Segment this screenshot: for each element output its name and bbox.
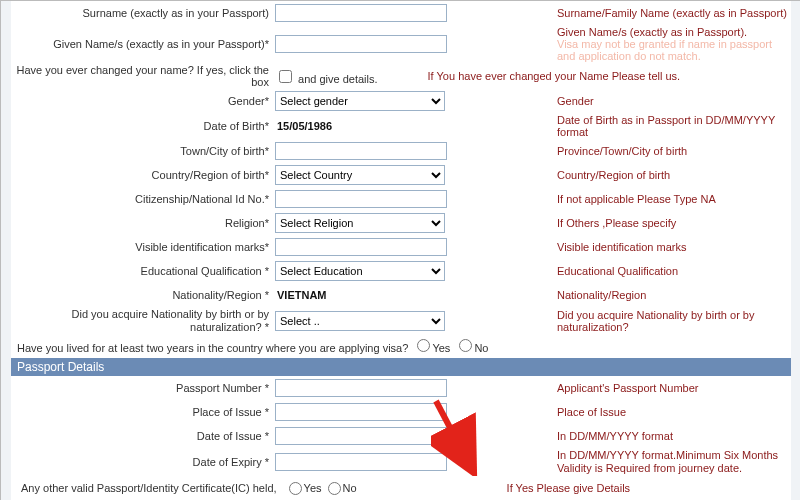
other-hint: If Yes Please give Details — [357, 482, 791, 494]
surname-hint: Surname/Family Name (exactly as in Passp… — [447, 7, 791, 19]
nat-label: Nationality/Region * — [11, 289, 275, 301]
edu-hint: Educational Qualification — [447, 265, 791, 277]
nid-label: Citizenship/National Id No.* — [11, 193, 275, 205]
doe-input[interactable] — [275, 453, 447, 471]
poi-label: Place of Issue * — [11, 406, 275, 418]
doi-input[interactable] — [275, 427, 447, 445]
country-select[interactable]: Select Country — [275, 165, 445, 185]
gender-label: Gender* — [11, 95, 275, 107]
edu-select[interactable]: Select Education — [275, 261, 445, 281]
surname-input[interactable] — [275, 4, 447, 22]
dob-hint: Date of Birth as in Passport in DD/MM/YY… — [447, 114, 791, 138]
changed-after: and give details. — [298, 73, 378, 85]
other-no-radio[interactable] — [328, 482, 341, 495]
poi-hint: Place of Issue — [447, 406, 791, 418]
country-hint: Country/Region of birth — [447, 169, 791, 181]
surname-label: Surname (exactly as in your Passport) — [11, 7, 275, 19]
other-yes-radio[interactable] — [289, 482, 302, 495]
passnum-hint: Applicant's Passport Number — [447, 382, 791, 394]
gender-hint: Gender — [447, 95, 791, 107]
doi-label: Date of Issue * — [11, 430, 275, 442]
religion-select[interactable]: Select Religion — [275, 213, 445, 233]
nat-value: VIETNAM — [275, 289, 327, 301]
gender-select[interactable]: Select gender — [275, 91, 445, 111]
changed-checkbox[interactable] — [279, 70, 292, 83]
religion-label: Religion* — [11, 217, 275, 229]
country-label: Country/Region of birth* — [11, 169, 275, 181]
edu-label: Educational Qualification * — [11, 265, 275, 277]
doe-label: Date of Expiry * — [11, 456, 275, 468]
nid-hint: If not applicable Please Type NA — [447, 193, 791, 205]
poi-input[interactable] — [275, 403, 447, 421]
marks-hint: Visible identification marks — [447, 241, 791, 253]
passnum-label: Passport Number * — [11, 382, 275, 394]
passport-section-header: Passport Details — [11, 358, 791, 376]
passnum-input[interactable] — [275, 379, 447, 397]
dob-value: 15/05/1986 — [275, 120, 332, 132]
religion-hint: If Others ,Please specify — [447, 217, 791, 229]
doe-hint: In DD/MM/YYYY format.Minimum Six Months … — [447, 449, 791, 475]
other-q: Any other valid Passport/Identity Certif… — [11, 482, 283, 494]
app-window: Surname (exactly as in your Passport) Su… — [0, 0, 800, 500]
dob-label: Date of Birth* — [11, 120, 275, 132]
given-input[interactable] — [275, 35, 447, 53]
changed-hint: If You have ever changed your Name Pleas… — [378, 70, 791, 82]
nid-input[interactable] — [275, 190, 447, 208]
lived-row: Have you lived for at least two years in… — [11, 335, 791, 358]
marks-label: Visible identification marks* — [11, 241, 275, 253]
marks-input[interactable] — [275, 238, 447, 256]
acq-select[interactable]: Select .. — [275, 311, 445, 331]
changed-q: Have you ever changed your name? If yes,… — [11, 64, 275, 88]
lived-yes-radio[interactable] — [417, 339, 430, 352]
acq-hint: Did you acquire Nationality by birth or … — [447, 309, 791, 333]
lived-no-radio[interactable] — [459, 339, 472, 352]
town-input[interactable] — [275, 142, 447, 160]
town-label: Town/City of birth* — [11, 145, 275, 157]
acq-label: Did you acquire Nationality by birth or … — [11, 308, 275, 334]
given-hint: Given Name/s (exactly as in Passport). V… — [447, 26, 791, 62]
town-hint: Province/Town/City of birth — [447, 145, 791, 157]
doi-hint: In DD/MM/YYYY format — [447, 430, 791, 442]
given-label: Given Name/s (exactly as in your Passpor… — [11, 38, 275, 50]
nat-hint: Nationality/Region — [447, 289, 791, 301]
